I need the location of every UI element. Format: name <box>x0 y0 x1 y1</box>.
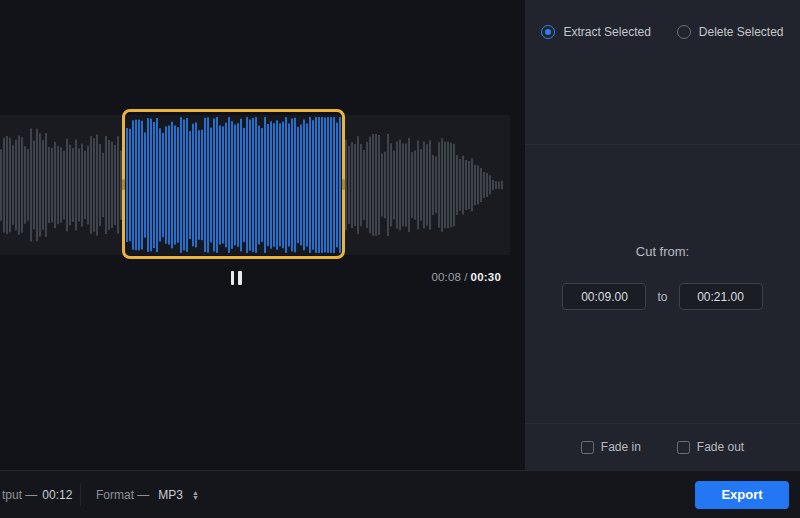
transport-bar: 00:08/00:30 <box>0 266 525 290</box>
selection-right-handle[interactable] <box>342 179 345 190</box>
output-label: tput — <box>2 488 37 502</box>
output-duration: tput —00:12 <box>2 488 72 502</box>
fade-in-checkbox-icon[interactable] <box>581 441 594 454</box>
output-value: 00:12 <box>42 488 72 502</box>
radio-unselected-icon[interactable] <box>677 25 691 39</box>
current-time: 00:08 <box>431 271 461 283</box>
format-control: Format — MP3 ▲ ▼ <box>96 488 199 502</box>
pause-icon <box>231 271 235 285</box>
selection-region[interactable] <box>122 109 345 259</box>
cut-range-row: to <box>562 283 762 310</box>
to-label: to <box>657 290 667 304</box>
fade-out-checkbox-row[interactable]: Fade out <box>677 440 744 454</box>
cut-end-input[interactable] <box>679 283 763 310</box>
mode-section: Extract Selected Delete Selected <box>525 0 800 145</box>
cut-start-input[interactable] <box>562 283 646 310</box>
fade-out-label: Fade out <box>697 440 744 454</box>
audio-cutter-app: 00:08/00:30 Extract Selected Delete Sele… <box>0 0 800 518</box>
cut-section: Cut from: to <box>525 145 800 424</box>
fade-in-label: Fade in <box>601 440 641 454</box>
extract-selected-radio[interactable]: Extract Selected <box>541 25 650 40</box>
fade-out-checkbox-icon[interactable] <box>677 441 690 454</box>
extract-selected-label: Extract Selected <box>563 25 650 39</box>
delete-selected-radio[interactable]: Delete Selected <box>677 25 784 40</box>
time-separator: / <box>464 271 467 283</box>
fade-in-checkbox-row[interactable]: Fade in <box>581 440 641 454</box>
waveform-editor-area: 00:08/00:30 <box>0 0 525 470</box>
format-value: MP3 <box>158 488 183 502</box>
selection-left-handle[interactable] <box>122 179 125 190</box>
waveform-track[interactable] <box>0 115 510 255</box>
delete-selected-label: Delete Selected <box>699 25 784 39</box>
pause-button[interactable] <box>224 268 248 288</box>
cut-from-label: Cut from: <box>636 244 689 259</box>
bottom-bar: tput —00:12 Format — MP3 ▲ ▼ Export <box>0 470 800 518</box>
bottom-divider <box>80 483 81 506</box>
pause-icon <box>238 271 242 285</box>
total-time: 00:30 <box>471 271 501 283</box>
export-button[interactable]: Export <box>695 481 789 509</box>
time-display: 00:08/00:30 <box>431 271 501 283</box>
fade-section: Fade in Fade out <box>525 424 800 470</box>
chevron-down-icon: ▼ <box>192 495 199 500</box>
format-label: Format — <box>96 488 149 502</box>
settings-panel: Extract Selected Delete Selected Cut fro… <box>525 0 800 470</box>
radio-selected-icon[interactable] <box>541 25 555 39</box>
format-stepper[interactable]: ▲ ▼ <box>192 490 199 500</box>
